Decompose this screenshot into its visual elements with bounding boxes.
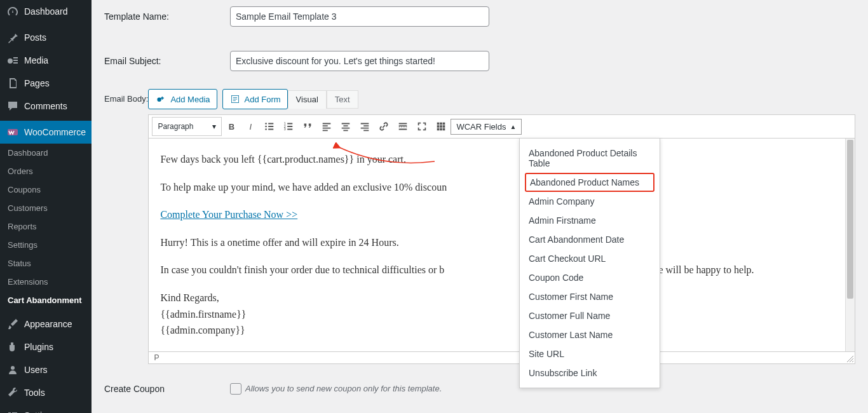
menu-label: Tools [24, 388, 45, 398]
align-center-button[interactable] [336, 117, 355, 136]
toolbar-toggle-button[interactable] [431, 117, 451, 136]
svg-rect-13 [440, 123, 443, 125]
wrench-icon [6, 386, 19, 399]
svg-text:3: 3 [284, 127, 286, 131]
menu-plugins[interactable]: Plugins [0, 335, 92, 358]
dd-customer-lastname[interactable]: Customer Last Name [520, 325, 660, 344]
dd-unsubscribe[interactable]: Unsubscribe Link [520, 363, 660, 383]
quote-button[interactable] [298, 117, 317, 136]
number-list-button[interactable]: 123 [279, 117, 298, 136]
menu-dashboard[interactable]: Dashboard [0, 0, 92, 23]
italic-button[interactable]: I [241, 117, 260, 136]
format-select[interactable]: Paragraph▾ [152, 117, 222, 136]
svg-rect-18 [437, 128, 440, 131]
link-button[interactable] [374, 117, 393, 136]
user-icon [6, 363, 19, 376]
create-coupon-checkbox[interactable] [230, 383, 241, 395]
dd-cart-date[interactable]: Cart Abandonment Date [520, 230, 660, 249]
create-coupon-label: Create Coupon [104, 384, 230, 394]
menu-media[interactable]: Media [0, 49, 92, 72]
menu-label: Appearance [24, 319, 72, 329]
menu-appearance[interactable]: Appearance [0, 313, 92, 335]
menu-woocommerce[interactable]: WooCommerce [0, 121, 92, 144]
wcar-fields-button[interactable]: WCAR Fields▲ [451, 119, 522, 135]
complete-purchase-link[interactable]: Complete Your Purchase Now >> [160, 209, 297, 220]
submenu-coupons[interactable]: Coupons [0, 180, 92, 199]
menu-label: WooCommerce [24, 127, 86, 137]
dd-admin-firstname[interactable]: Admin Firstname [520, 211, 660, 230]
editor-scrollbar[interactable] [845, 139, 855, 351]
menu-label: Media [24, 55, 48, 65]
gauge-icon [6, 5, 19, 18]
visual-tab[interactable]: Visual [288, 90, 327, 109]
woo-icon [6, 126, 19, 139]
svg-point-7 [266, 126, 268, 128]
create-coupon-hint: Allows you to send new coupon only for t… [245, 384, 442, 393]
menu-label: Pages [24, 78, 50, 88]
submenu-customers[interactable]: Customers [0, 199, 92, 217]
svg-point-8 [266, 128, 268, 130]
menu-label: Dashboard [24, 6, 68, 17]
menu-label: Comments [24, 101, 67, 111]
svg-rect-14 [443, 123, 445, 125]
align-left-button[interactable] [317, 117, 336, 136]
template-name-input[interactable] [230, 6, 489, 27]
admin-sidebar: Dashboard Posts Media Pages Comments Woo… [0, 0, 92, 413]
editor-body[interactable]: Few days back you left {{cart.product.na… [148, 139, 855, 352]
menu-settings[interactable]: Settings [0, 404, 92, 413]
text-tab[interactable]: Text [327, 90, 358, 109]
submenu-cart-abandonment[interactable]: Cart Abandonment [0, 291, 92, 309]
wcar-fields-dropdown: Abandoned Product Details Table Abandone… [519, 138, 660, 388]
menu-posts[interactable]: Posts [0, 26, 92, 49]
align-right-button[interactable] [355, 117, 374, 136]
resize-handle[interactable] [847, 356, 853, 362]
main-content: Template Name: Email Subject: Email Body… [92, 0, 868, 413]
sliders-icon [6, 409, 19, 413]
submenu-orders[interactable]: Orders [0, 162, 92, 180]
form-icon [229, 93, 241, 105]
svg-rect-12 [437, 123, 440, 125]
email-subject-input[interactable] [230, 51, 489, 71]
menu-users[interactable]: Users [0, 358, 92, 381]
svg-point-6 [266, 123, 268, 125]
dd-product-details-table[interactable]: Abandoned Product Details Table [520, 144, 660, 173]
menu-pages[interactable]: Pages [0, 72, 92, 95]
menu-label: Users [24, 365, 48, 375]
menu-label: Settings [24, 410, 57, 413]
submenu-dashboard[interactable]: Dashboard [0, 144, 92, 162]
dd-site-url[interactable]: Site URL [520, 344, 660, 363]
pages-icon [6, 77, 19, 90]
bullet-list-button[interactable] [260, 117, 279, 136]
media-add-icon [155, 93, 166, 105]
submenu-reports[interactable]: Reports [0, 217, 92, 236]
dd-customer-fullname[interactable]: Customer Full Name [520, 306, 660, 325]
menu-label: Posts [24, 32, 46, 43]
fullscreen-button[interactable] [412, 117, 431, 136]
comment-icon [6, 100, 19, 112]
menu-tools[interactable]: Tools [0, 381, 92, 404]
svg-rect-17 [443, 125, 445, 128]
svg-rect-15 [437, 125, 440, 128]
pin-icon [6, 31, 19, 44]
dd-admin-company[interactable]: Admin Company [520, 192, 660, 211]
editor-toolbar: Paragraph▾ B I 123 WCAR Fields▲ [148, 114, 855, 139]
dd-customer-firstname[interactable]: Customer First Name [520, 287, 660, 306]
dd-coupon-code[interactable]: Coupon Code [520, 268, 660, 287]
bold-button[interactable]: B [222, 117, 241, 136]
submenu-extensions[interactable]: Extensions [0, 273, 92, 291]
submenu-status[interactable]: Status [0, 254, 92, 273]
add-form-button[interactable]: Add Form [222, 89, 288, 109]
email-subject-label: Email Subject: [104, 56, 230, 66]
svg-rect-20 [443, 128, 445, 131]
editor-status-path: P [148, 352, 855, 364]
submenu-settings[interactable]: Settings [0, 236, 92, 254]
readmore-button[interactable] [393, 117, 412, 136]
template-name-label: Template Name: [104, 11, 230, 22]
dd-cart-checkout-url[interactable]: Cart Checkout URL [520, 249, 660, 268]
svg-point-4 [158, 98, 161, 102]
dd-product-names[interactable]: Abandoned Product Names [525, 173, 654, 192]
add-media-button[interactable]: Add Media [148, 89, 217, 109]
menu-label: Plugins [24, 342, 53, 352]
menu-comments[interactable]: Comments [0, 95, 92, 118]
svg-rect-19 [440, 128, 443, 131]
